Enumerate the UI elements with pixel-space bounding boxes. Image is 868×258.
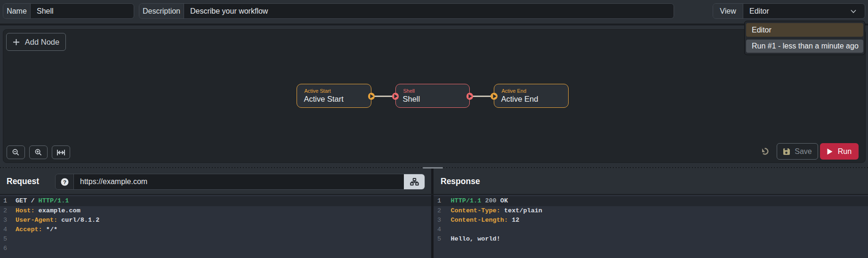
svg-text:?: ? (63, 179, 66, 185)
